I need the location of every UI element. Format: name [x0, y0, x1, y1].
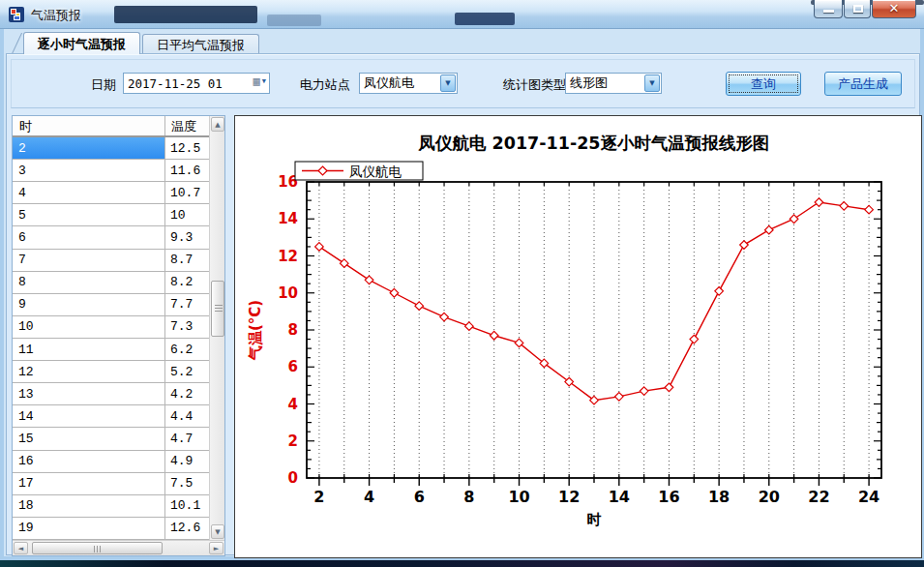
date-picker[interactable]: 2017-11-25 01 ▦ ▼	[123, 73, 270, 94]
cell-hour[interactable]: 5	[13, 204, 165, 225]
scroll-down-icon[interactable]: ▼	[211, 524, 224, 539]
chart-type-select[interactable]: 线形图 ▼	[565, 73, 662, 94]
cell-hour[interactable]: 19	[13, 518, 165, 539]
svg-text:时: 时	[587, 511, 602, 528]
table-row[interactable]: 97.7	[13, 294, 209, 316]
maximize-icon	[853, 5, 863, 13]
svg-text:10: 10	[278, 284, 298, 302]
titlebar: 气温预报 ✕	[0, 0, 924, 29]
minimize-button[interactable]	[814, 0, 843, 18]
table-row[interactable]: 164.9	[13, 451, 209, 473]
query-button[interactable]: 查询	[726, 72, 801, 96]
cell-temperature[interactable]: 8.7	[165, 250, 209, 271]
vertical-scrollbar[interactable]: ▲ ▼	[209, 116, 224, 540]
cell-temperature[interactable]: 7.3	[165, 316, 209, 338]
cell-hour[interactable]: 8	[13, 272, 165, 293]
table-header: 时 温度	[13, 116, 209, 137]
table-row[interactable]: 116.2	[13, 339, 209, 361]
cell-hour[interactable]: 18	[13, 495, 165, 517]
vertical-scroll-thumb[interactable]	[211, 281, 224, 337]
close-button[interactable]: ✕	[872, 0, 916, 18]
cell-hour[interactable]: 4	[13, 182, 165, 203]
close-icon: ✕	[873, 1, 915, 15]
svg-text:凤仪航电 2017-11-25逐小时气温预报线形图: 凤仪航电 2017-11-25逐小时气温预报线形图	[417, 134, 769, 153]
scroll-left-icon[interactable]: ◄	[14, 542, 28, 554]
cell-hour[interactable]: 3	[13, 160, 165, 181]
cell-hour[interactable]: 17	[13, 473, 165, 494]
cell-temperature[interactable]: 10	[165, 204, 209, 225]
glass-artifact	[455, 13, 515, 25]
cell-temperature[interactable]: 11.6	[165, 160, 209, 181]
svg-text:4: 4	[288, 396, 298, 413]
table-row[interactable]: 311.6	[13, 160, 209, 182]
cell-hour[interactable]: 6	[13, 226, 165, 248]
station-select[interactable]: 凤仪航电 ▼	[359, 73, 458, 94]
cell-hour[interactable]: 10	[13, 316, 165, 338]
svg-text:12: 12	[278, 248, 298, 265]
temperature-line-chart: 凤仪航电 2017-11-25逐小时气温预报线形图024681012141624…	[235, 116, 921, 557]
table-row[interactable]: 510	[13, 204, 209, 226]
table-row[interactable]: 134.2	[13, 383, 209, 405]
cell-temperature[interactable]: 10.1	[165, 495, 209, 517]
svg-text:10: 10	[508, 488, 529, 506]
table-row[interactable]: 144.4	[13, 405, 209, 428]
table-row[interactable]: 88.2	[13, 272, 209, 294]
table-row[interactable]: 177.5	[13, 473, 209, 495]
station-label: 电力站点	[300, 76, 350, 94]
table-row[interactable]: 107.3	[13, 316, 209, 339]
column-header-hour[interactable]: 时	[13, 116, 165, 135]
cell-temperature[interactable]: 4.4	[165, 405, 209, 427]
svg-text:24: 24	[858, 488, 879, 506]
table-row[interactable]: 212.5	[13, 137, 209, 160]
table-row[interactable]: 1912.6	[13, 518, 209, 540]
scroll-up-icon[interactable]: ▲	[211, 117, 224, 132]
table-row[interactable]: 78.7	[13, 250, 209, 272]
table-row[interactable]: 410.7	[13, 182, 209, 204]
table-row[interactable]: 1810.1	[13, 495, 209, 518]
svg-text:22: 22	[808, 488, 829, 506]
cell-hour[interactable]: 16	[13, 451, 165, 472]
cell-temperature[interactable]: 7.7	[165, 294, 209, 315]
svg-text:16: 16	[658, 488, 679, 506]
cell-hour[interactable]: 9	[13, 294, 165, 315]
cell-hour[interactable]: 14	[13, 405, 165, 427]
svg-text:0: 0	[288, 469, 298, 487]
cell-temperature[interactable]: 7.5	[165, 473, 209, 494]
tab-strip-slant	[10, 33, 23, 54]
horizontal-scroll-thumb[interactable]	[32, 542, 163, 554]
maximize-button[interactable]	[844, 0, 871, 18]
chart-type-label: 统计图类型	[503, 76, 566, 94]
cell-temperature[interactable]: 10.7	[165, 182, 209, 203]
tab-hourly-forecast[interactable]: 逐小时气温预报	[23, 32, 140, 54]
cell-temperature[interactable]: 4.2	[165, 383, 209, 404]
cell-temperature[interactable]: 8.2	[165, 272, 209, 293]
cell-temperature[interactable]: 12.6	[165, 518, 209, 539]
generate-product-button[interactable]: 产品生成	[824, 72, 902, 96]
tab-daily-forecast[interactable]: 日平均气温预报	[142, 34, 259, 54]
temperature-table: 时 温度 212.5311.6410.751069.378.788.297.71…	[12, 115, 225, 556]
minimize-icon	[823, 10, 834, 13]
horizontal-scrollbar[interactable]: ◄ ►	[13, 540, 224, 555]
cell-temperature[interactable]: 4.9	[165, 451, 209, 472]
cell-hour[interactable]: 15	[13, 428, 165, 449]
svg-text:20: 20	[759, 488, 780, 506]
cell-hour[interactable]: 12	[13, 361, 165, 382]
chevron-down-icon[interactable]: ▼	[262, 77, 266, 85]
cell-hour[interactable]: 7	[13, 250, 165, 271]
table-row[interactable]: 154.7	[13, 428, 209, 450]
table-row[interactable]: 69.3	[13, 226, 209, 249]
cell-temperature[interactable]: 4.7	[165, 428, 209, 449]
column-header-temperature[interactable]: 温度	[165, 116, 209, 135]
cell-hour[interactable]: 11	[13, 339, 165, 360]
svg-text:6: 6	[288, 358, 298, 375]
cell-temperature[interactable]: 6.2	[165, 339, 209, 360]
cell-hour[interactable]: 2	[13, 137, 165, 159]
cell-temperature[interactable]: 9.3	[165, 226, 209, 248]
cell-hour[interactable]: 13	[13, 383, 165, 404]
chart-type-dropdown-button[interactable]: ▼	[644, 75, 660, 92]
table-row[interactable]: 125.2	[13, 361, 209, 383]
scroll-right-icon[interactable]: ►	[209, 542, 224, 554]
station-dropdown-button[interactable]: ▼	[440, 75, 456, 92]
cell-temperature[interactable]: 12.5	[165, 137, 209, 159]
cell-temperature[interactable]: 5.2	[165, 361, 209, 382]
